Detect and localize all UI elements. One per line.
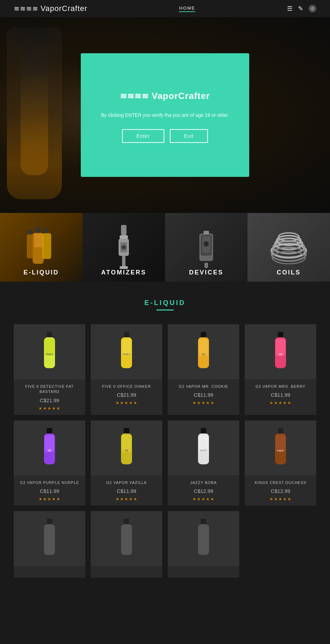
header-logo: ≋≋≋≋ VaporCrafter	[14, 4, 87, 13]
product-info	[14, 566, 85, 578]
age-verification-text: By clicking ENTER you verify tha you are…	[101, 112, 229, 119]
svg-text:G2: G2	[202, 353, 205, 355]
product-image: G2	[91, 420, 162, 475]
svg-rect-49	[124, 428, 129, 434]
products-section-title: E-LIQUID	[14, 299, 316, 307]
product-info: FIVE 0 OFFICE OINKER C$21.99 ★★★★★	[91, 379, 162, 409]
product-info	[168, 566, 239, 578]
product-card[interactable]: FIVE 0 FIVE 0 DETECTIVE FAT BASTARD C$21…	[14, 324, 85, 415]
product-card[interactable]	[91, 511, 162, 578]
product-stars: ★★★★★	[171, 400, 236, 405]
svg-rect-8	[120, 235, 128, 239]
product-stars: ★★★★★	[17, 406, 82, 411]
product-card[interactable]	[14, 511, 85, 578]
product-card[interactable]: G2 G2 VAPOR MR. COOKIE C$11.99 ★★★★★	[168, 324, 239, 415]
modal-buttons: Enter Exit	[122, 129, 208, 143]
svg-rect-5	[29, 230, 32, 235]
product-image: G2	[168, 324, 239, 379]
svg-rect-6	[27, 234, 34, 258]
product-stars: ★★★★★	[94, 400, 159, 405]
product-info: G2 VAPOR MRS. BERRY C$11.99 ★★★★★	[245, 379, 316, 409]
product-stars: ★★★★★	[248, 400, 313, 405]
enter-button[interactable]: Enter	[122, 129, 164, 143]
svg-text:JAZZY: JAZZY	[200, 449, 208, 452]
product-price: C$11.99	[171, 392, 236, 398]
product-info: KINGS CREST DUCHESS C$12.99 ★★★★★	[245, 475, 316, 506]
atomizers-label: ATOMIZERS	[82, 263, 165, 282]
svg-rect-64	[121, 524, 132, 555]
svg-rect-53	[201, 428, 206, 434]
age-verification-modal: ≋≋≋≋ VaporCrafter By clicking ENTER you …	[81, 53, 249, 177]
svg-text:FIVE 0: FIVE 0	[46, 353, 53, 355]
product-card[interactable]	[168, 511, 239, 578]
svg-text:G2: G2	[125, 449, 128, 452]
svg-rect-66	[198, 524, 209, 555]
product-info: G2 VAPOR VAZILLA C$11.99 ★★★★★	[91, 475, 162, 506]
exit-button[interactable]: Exit	[170, 129, 208, 143]
product-stars: ★★★★★	[17, 497, 82, 501]
categories-section: E-LIQUID ATOMIZERS	[0, 213, 330, 282]
bottle-svg: G2	[193, 331, 214, 372]
product-card[interactable]: G2 G2 VAPOR VAZILLA C$11.99 ★★★★★	[91, 420, 162, 506]
product-card[interactable]: FIVE 0 FIVE 0 OFFICE OINKER C$21.99 ★★★★…	[91, 324, 162, 415]
svg-rect-29	[47, 332, 52, 338]
logo-wave-icon: ≋≋≋≋	[14, 4, 38, 13]
svg-rect-19	[204, 231, 209, 234]
header-icons: ☰ ✎ 0	[287, 5, 316, 12]
product-name: FIVE 0 OFFICE OINKER	[94, 384, 159, 389]
product-image: KINGS	[245, 420, 316, 475]
product-name: G2 VAPOR PURPLE NURPLE	[17, 480, 82, 485]
svg-rect-45	[47, 428, 52, 434]
product-card[interactable]: G2 G2 VAPOR PURPLE NURPLE C$11.99 ★★★★★	[14, 420, 85, 506]
product-image	[14, 511, 85, 566]
cart-badge[interactable]: 0	[309, 5, 316, 12]
svg-rect-37	[201, 332, 206, 338]
svg-text:KINGS: KINGS	[277, 450, 284, 452]
product-price: C$11.99	[17, 488, 82, 494]
user-icon[interactable]: ✎	[298, 5, 303, 12]
product-info: FIVE 0 DETECTIVE FAT BASTARD C$21.99 ★★★…	[14, 379, 85, 415]
product-price: C$21.99	[17, 397, 82, 403]
nav-home[interactable]: HOME	[179, 5, 195, 12]
svg-rect-61	[47, 519, 52, 525]
category-coils[interactable]: COILS	[248, 213, 330, 282]
svg-text:FIVE 0: FIVE 0	[123, 353, 130, 355]
hero-section: ≋≋≋≋ VaporCrafter By clicking ENTER you …	[0, 17, 330, 213]
category-devices[interactable]: DEVICES	[165, 213, 248, 282]
bottle-svg: JAZZY	[193, 427, 214, 468]
svg-text:G2: G2	[48, 449, 51, 452]
category-eliquid[interactable]: E-LIQUID	[0, 213, 82, 282]
bottle-svg	[39, 518, 60, 559]
product-name: JAZZY BOBA	[171, 480, 236, 485]
modal-logo-text: VaporCrafter	[152, 91, 210, 101]
svg-rect-7	[121, 225, 126, 235]
section-underline	[156, 309, 174, 310]
modal-logo-icon: ≋≋≋≋	[120, 91, 149, 101]
product-price: C$11.99	[94, 488, 159, 494]
bottle-svg: G2	[116, 427, 137, 468]
bottle-svg: G2	[270, 331, 291, 372]
product-name: G2 VAPOR MRS. BERRY	[248, 384, 313, 389]
svg-rect-65	[201, 519, 206, 525]
product-name: FIVE 0 DETECTIVE FAT BASTARD	[17, 384, 82, 395]
product-name: G2 VAPOR MR. COOKIE	[171, 384, 236, 389]
site-header: ≋≋≋≋ VaporCrafter HOME ☰ ✎ 0	[0, 0, 330, 17]
search-icon[interactable]: ☰	[287, 5, 293, 12]
svg-rect-2	[33, 234, 43, 247]
logo-text: VaporCrafter	[41, 4, 87, 13]
svg-rect-62	[44, 524, 55, 555]
category-atomizers[interactable]: ATOMIZERS	[82, 213, 165, 282]
product-card[interactable]: G2 G2 VAPOR MRS. BERRY C$11.99 ★★★★★	[245, 324, 316, 415]
product-card[interactable]: JAZZY JAZZY BOBA C$12.99 ★★★★★	[168, 420, 239, 506]
svg-point-14	[122, 246, 125, 249]
product-name: KINGS CREST DUCHESS	[248, 480, 313, 485]
product-image: G2	[245, 324, 316, 379]
product-price: C$11.99	[248, 392, 313, 398]
modal-logo: ≋≋≋≋ VaporCrafter	[120, 91, 210, 101]
product-info: G2 VAPOR MR. COOKIE C$11.99 ★★★★★	[168, 379, 239, 409]
product-image	[91, 511, 162, 566]
product-info: JAZZY BOBA C$12.99 ★★★★★	[168, 475, 239, 506]
product-stars: ★★★★★	[94, 497, 159, 501]
product-price: C$12.99	[248, 488, 313, 494]
product-card[interactable]: KINGS KINGS CREST DUCHESS C$12.99 ★★★★★	[245, 420, 316, 506]
